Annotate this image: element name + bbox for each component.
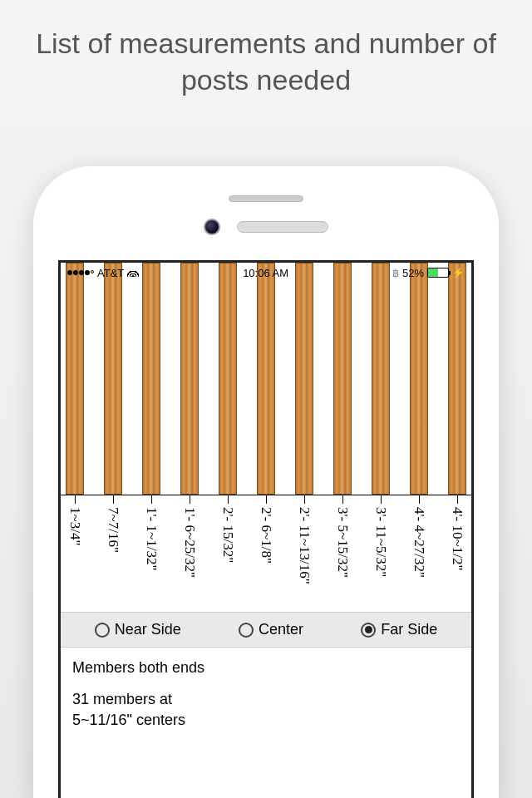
measurement-label: 2'- 11~13/16"	[295, 495, 313, 612]
signal-dots-icon	[67, 270, 94, 275]
measurement-label: 7~7/16"	[104, 495, 122, 612]
side-option-label: Far Side	[381, 621, 437, 638]
side-option-center[interactable]: Center	[239, 621, 303, 638]
summary-line-members: 31 members at 5~11/16" centers	[72, 689, 460, 730]
measurement-label: 1'- 6~25/32"	[180, 495, 199, 612]
post	[180, 263, 199, 495]
measurement-label: 2'- 6~1/8"	[257, 495, 275, 612]
post	[142, 263, 160, 495]
side-option-near-side[interactable]: Near Side	[95, 621, 181, 638]
measurement-label: 4'- 4~27/32"	[410, 495, 428, 612]
speaker-top-icon	[229, 195, 303, 202]
measurement-label: 1'- 1~1/32"	[142, 495, 160, 612]
charging-icon: ⚡	[452, 267, 465, 278]
measurement-labels: 1~3/4"7~7/16"1'- 1~1/32"1'- 6~25/32"2'- …	[61, 495, 474, 612]
measurement-label: 3'- 5~15/32"	[333, 495, 352, 612]
post	[372, 263, 390, 495]
post	[66, 263, 84, 495]
side-option-label: Center	[259, 621, 303, 638]
side-option-far-side[interactable]: Far Side	[361, 621, 437, 638]
battery-percent: 52%	[402, 267, 424, 279]
carrier-label: AT&T	[97, 267, 124, 279]
measurement-label: 1~3/4"	[66, 495, 84, 612]
camera-icon	[204, 219, 220, 235]
battery-icon	[427, 268, 449, 278]
radio-icon	[239, 623, 254, 638]
radio-icon	[95, 623, 110, 638]
earpiece-icon	[237, 221, 328, 233]
post	[219, 263, 237, 495]
bluetooth-icon: ฿	[392, 267, 399, 279]
radio-icon	[361, 623, 376, 638]
post	[257, 263, 275, 495]
wifi-icon	[127, 267, 139, 279]
post	[410, 263, 428, 495]
post	[448, 263, 466, 495]
status-bar: AT&T 10:06 AM ฿ 52% ⚡	[61, 263, 471, 283]
summary-text: Members both ends 31 members at 5~11/16"…	[61, 648, 471, 751]
promo-title: List of measurements and number of posts…	[0, 0, 532, 106]
measurement-label: 4'- 10~1/2"	[448, 495, 466, 612]
side-selector: Near SideCenterFar Side	[61, 612, 471, 648]
posts-diagram	[61, 263, 471, 495]
post	[295, 263, 313, 495]
measurement-label: 2'- 15/32"	[219, 495, 237, 612]
side-option-label: Near Side	[115, 621, 181, 638]
measurement-label: 3'- 11~5/32"	[372, 495, 390, 612]
post	[333, 263, 352, 495]
phone-hardware	[33, 219, 499, 235]
post	[104, 263, 122, 495]
phone-frame: AT&T 10:06 AM ฿ 52% ⚡ 1~3/4"7~7/16"1'- 1…	[33, 166, 499, 798]
phone-screen: AT&T 10:06 AM ฿ 52% ⚡ 1~3/4"7~7/16"1'- 1…	[58, 260, 474, 798]
summary-line-ends: Members both ends	[72, 658, 460, 677]
clock: 10:06 AM	[243, 267, 288, 279]
